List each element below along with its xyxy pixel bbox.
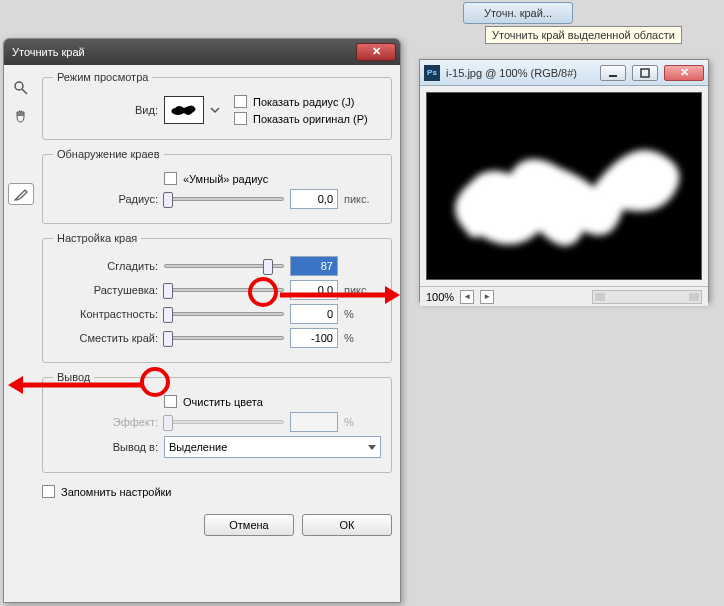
show-original-label: Показать оригинал (P) [253,113,368,125]
radius-label: Радиус: [53,193,158,205]
edge-adjust-legend: Настройка края [53,232,141,244]
image-canvas[interactable] [426,92,702,280]
feather-unit: пикс. [344,284,370,296]
image-window-title: i-15.jpg @ 100% (RGB/8#) [446,67,594,79]
dialog-title: Уточнить край [12,46,356,58]
output-to-dropdown[interactable]: Выделение [164,436,381,458]
svg-point-0 [15,82,23,90]
zoom-caret-left-icon[interactable]: ◄ [460,290,474,304]
image-window: Ps i-15.jpg @ 100% (RGB/8#) ✕ 100% ◄ ► [419,59,709,302]
dialog-titlebar[interactable]: Уточнить край ✕ [4,39,400,65]
effect-label: Эффект: [53,416,158,428]
image-window-titlebar[interactable]: Ps i-15.jpg @ 100% (RGB/8#) ✕ [420,60,708,86]
radius-field[interactable]: 0,0 [290,189,338,209]
output-to-value: Выделение [169,441,227,453]
svg-rect-8 [641,69,649,77]
clean-colors-label: Очистить цвета [183,396,263,408]
shift-slider[interactable] [164,336,284,340]
smart-radius-label: «Умный» радиус [183,173,268,185]
remember-checkbox[interactable] [42,485,55,498]
clean-colors-checkbox[interactable] [164,395,177,408]
maximize-button[interactable] [632,65,658,81]
contrast-unit: % [344,308,354,320]
zoom-caret-right-icon[interactable]: ► [480,290,494,304]
contrast-label: Контрастность: [53,308,158,320]
view-mode-legend: Режим просмотра [53,71,152,83]
output-group: Вывод Очистить цвета Эффект: % Вывод в: … [42,371,392,473]
smooth-field[interactable]: 87 [290,256,338,276]
effect-slider [164,420,284,424]
refine-edge-dialog: Уточнить край ✕ Режим просмотра Вид: [3,38,401,603]
tool-column [8,71,42,594]
feather-label: Растушевка: [53,284,158,296]
svg-line-1 [22,89,27,94]
feather-slider[interactable] [164,288,284,292]
app-icon: Ps [424,65,440,81]
edge-adjust-group: Настройка края Сгладить: 87 Растушевка: … [42,232,392,363]
smart-radius-checkbox[interactable] [164,172,177,185]
radius-unit: пикс. [344,193,370,205]
image-statusbar: 100% ◄ ► [420,286,708,306]
output-to-label: Вывод в: [53,441,158,453]
contrast-slider[interactable] [164,312,284,316]
refine-brush-tool-icon[interactable] [8,183,34,205]
refine-edge-toolbar-button[interactable]: Уточн. край... [463,2,573,24]
close-button[interactable]: ✕ [356,43,396,61]
view-label: Вид: [53,104,158,116]
image-close-button[interactable]: ✕ [664,65,704,81]
edge-detection-group: Обнаружение краев «Умный» радиус Радиус:… [42,148,392,224]
refine-edge-label: Уточн. край... [484,7,552,19]
show-radius-label: Показать радиус (J) [253,96,354,108]
edge-detection-legend: Обнаружение краев [53,148,164,160]
zoom-value: 100% [426,291,454,303]
effect-unit: % [344,416,354,428]
feather-field[interactable]: 0,0 [290,280,338,300]
show-radius-checkbox[interactable] [234,95,247,108]
smooth-slider[interactable] [164,264,284,268]
smooth-label: Сгладить: [53,260,158,272]
effect-field [290,412,338,432]
ok-button[interactable]: ОК [302,514,392,536]
minimize-button[interactable] [600,65,626,81]
shift-label: Сместить край: [53,332,158,344]
output-legend: Вывод [53,371,94,383]
show-original-checkbox[interactable] [234,112,247,125]
chevron-down-icon [368,445,376,450]
horizontal-scrollbar[interactable] [592,290,702,304]
contrast-field[interactable]: 0 [290,304,338,324]
view-thumbnail[interactable] [164,96,204,124]
radius-slider[interactable] [164,197,284,201]
zoom-tool-icon[interactable] [8,77,34,99]
shift-unit: % [344,332,354,344]
cancel-button[interactable]: Отмена [204,514,294,536]
remember-label: Запомнить настройки [61,486,172,498]
hand-tool-icon[interactable] [8,105,34,127]
shift-field[interactable]: -100 [290,328,338,348]
view-mode-group: Режим просмотра Вид: Показать радиус (J)… [42,71,392,140]
chevron-down-icon[interactable] [210,105,220,115]
tooltip: Уточнить край выделенной области [485,26,682,44]
